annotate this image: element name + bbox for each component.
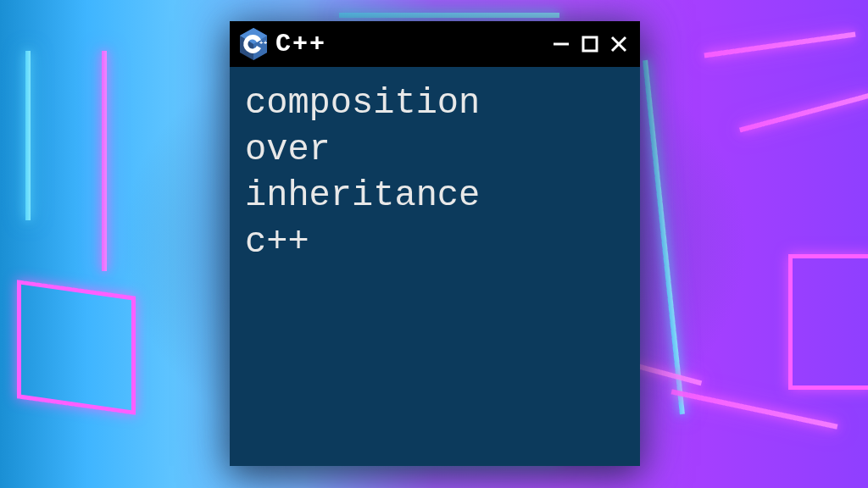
svg-rect-6: [583, 37, 597, 51]
cpp-logo-icon: + +: [238, 27, 269, 61]
neon-magenta-line: [102, 51, 107, 271]
svg-text:+: +: [259, 40, 263, 47]
window-title: C++: [275, 30, 542, 58]
neon-cyan-line: [643, 60, 685, 414]
neon-magenta-line: [739, 92, 868, 132]
minimize-button[interactable]: [548, 31, 574, 57]
svg-text:+: +: [264, 40, 267, 47]
neon-magenta-box: [17, 280, 136, 415]
titlebar[interactable]: + + C++: [230, 21, 640, 67]
window-content: composition over inheritance c++: [230, 67, 640, 466]
content-line-2: over: [245, 127, 625, 174]
maximize-button[interactable]: [577, 31, 603, 57]
content-line-3: inheritance: [245, 173, 625, 219]
neon-magenta-line: [671, 389, 838, 429]
content-line-1: composition: [245, 80, 625, 127]
cpp-window: + + C++ composit: [230, 21, 640, 466]
content-line-4: c++: [245, 219, 625, 266]
neon-cyan-line: [25, 51, 31, 220]
close-button[interactable]: [606, 31, 632, 57]
neon-magenta-line: [704, 32, 855, 58]
neon-cyan-line: [339, 13, 559, 18]
window-controls: [548, 31, 632, 57]
neon-magenta-box: [788, 254, 868, 390]
